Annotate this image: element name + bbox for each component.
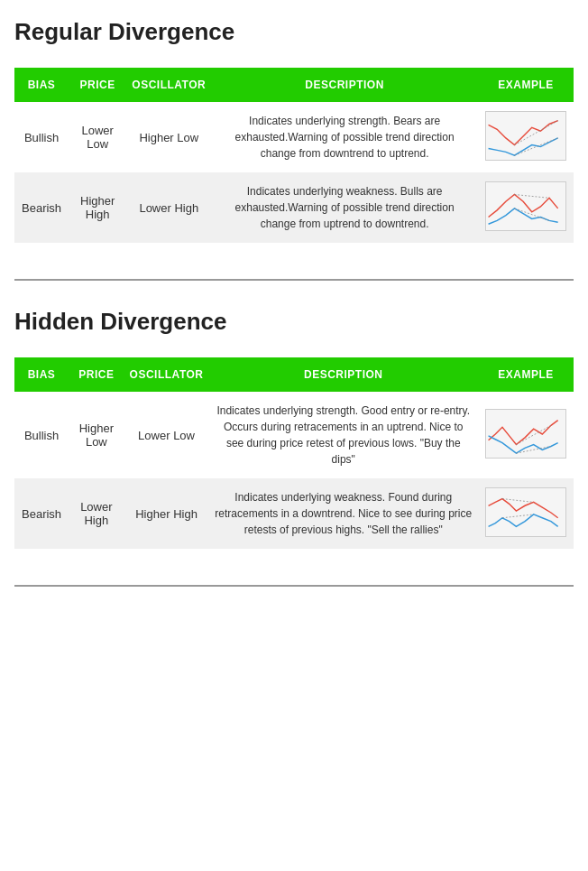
- regular-bearish-chart: [485, 181, 566, 231]
- bottom-divider: [14, 585, 574, 587]
- regular-divergence-title: Regular Divergence: [14, 18, 574, 46]
- hidden-bearish-chart: [485, 487, 566, 537]
- regular-bullish-description: Indicates underlying strength. Bears are…: [211, 102, 478, 172]
- regular-bearish-bias: Bearish: [14, 172, 69, 243]
- hidden-bearish-description: Indicates underlying weakness. Found dur…: [209, 478, 478, 549]
- header-description-2: DESCRIPTION: [209, 357, 478, 392]
- hidden-divergence-section: Hidden Divergence BIAS PRICE OSCILLATOR …: [14, 308, 574, 549]
- regular-bearish-example: [478, 172, 574, 243]
- hidden-bullish-price: Higher Low: [69, 392, 124, 478]
- header-example-1: EXAMPLE: [478, 68, 574, 102]
- regular-bearish-oscillator: Lower High: [126, 172, 211, 243]
- hidden-bearish-bias: Bearish: [14, 478, 69, 549]
- svg-rect-3: [487, 182, 565, 230]
- header-price-2: PRICE: [69, 357, 124, 392]
- header-bias-1: BIAS: [14, 68, 69, 102]
- regular-bullish-price: Lower Low: [69, 102, 126, 172]
- hidden-divergence-title: Hidden Divergence: [14, 308, 574, 336]
- regular-bullish-example: [478, 102, 574, 172]
- svg-rect-6: [487, 410, 565, 458]
- section-divider: [14, 279, 574, 281]
- hidden-bearish-row: Bearish Lower High Higher High Indicates…: [14, 478, 574, 549]
- svg-rect-0: [487, 112, 565, 160]
- regular-bearish-description: Indicates underlying weakness. Bulls are…: [211, 172, 478, 243]
- regular-divergence-table: BIAS PRICE OSCILLATOR DESCRIPTION EXAMPL…: [14, 68, 574, 243]
- hidden-bullish-example: [478, 392, 574, 478]
- header-bias-2: BIAS: [14, 357, 69, 392]
- hidden-bullish-description: Indicates underlying strength. Good entr…: [209, 392, 478, 478]
- hidden-bullish-oscillator: Lower Low: [124, 392, 209, 478]
- hidden-bullish-row: Bullish Higher Low Lower Low Indicates u…: [14, 392, 574, 478]
- header-price-1: PRICE: [69, 68, 126, 102]
- regular-bullish-bias: Bullish: [14, 102, 69, 172]
- regular-bearish-row: Bearish Higher High Lower High Indicates…: [14, 172, 574, 243]
- hidden-bullish-bias: Bullish: [14, 392, 69, 478]
- regular-bullish-oscillator: Higher Low: [126, 102, 211, 172]
- hidden-bearish-oscillator: Higher High: [124, 478, 209, 549]
- hidden-bullish-chart: [485, 409, 566, 459]
- header-example-2: EXAMPLE: [478, 357, 574, 392]
- regular-bearish-price: Higher High: [69, 172, 126, 243]
- header-description-1: DESCRIPTION: [211, 68, 478, 102]
- hidden-bearish-price: Lower High: [69, 478, 124, 549]
- header-oscillator-2: OSCILLATOR: [124, 357, 209, 392]
- header-oscillator-1: OSCILLATOR: [126, 68, 211, 102]
- regular-table-header-row: BIAS PRICE OSCILLATOR DESCRIPTION EXAMPL…: [14, 68, 574, 102]
- hidden-table-header-row: BIAS PRICE OSCILLATOR DESCRIPTION EXAMPL…: [14, 357, 574, 392]
- regular-divergence-section: Regular Divergence BIAS PRICE OSCILLATOR…: [14, 18, 574, 243]
- hidden-bearish-example: [478, 478, 574, 549]
- svg-rect-9: [487, 488, 565, 536]
- hidden-divergence-table: BIAS PRICE OSCILLATOR DESCRIPTION EXAMPL…: [14, 357, 574, 549]
- regular-bullish-chart: [485, 111, 566, 161]
- regular-bullish-row: Bullish Lower Low Higher Low Indicates u…: [14, 102, 574, 172]
